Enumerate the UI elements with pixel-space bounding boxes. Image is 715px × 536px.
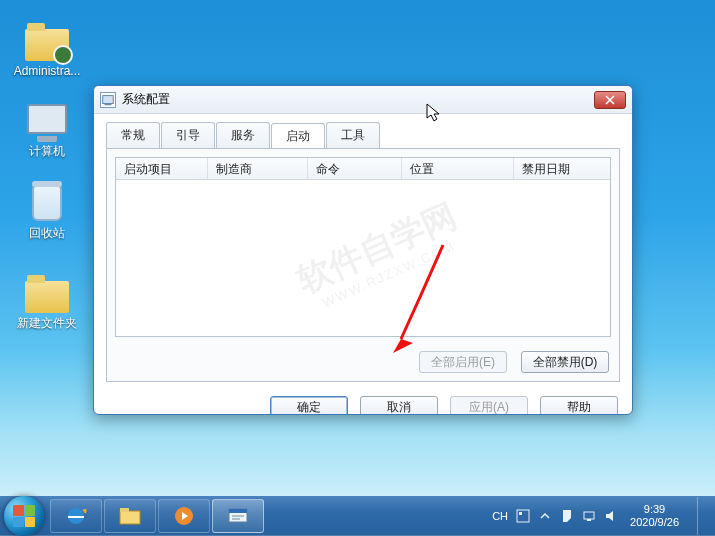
ok-button[interactable]: 确定 (270, 396, 348, 415)
internet-explorer-icon (63, 505, 89, 527)
desktop-icon-label: 计算机 (10, 144, 84, 158)
svg-rect-10 (584, 512, 594, 519)
taskbar-item-media-player[interactable] (158, 499, 210, 533)
folder-icon (24, 268, 70, 314)
desktop-icon-label: 新建文件夹 (10, 316, 84, 330)
svg-rect-1 (105, 103, 112, 105)
clock-time: 9:39 (630, 503, 679, 516)
media-player-icon (171, 505, 197, 527)
windows-logo-icon (13, 505, 35, 527)
taskbar-clock[interactable]: 9:39 2020/9/26 (626, 503, 683, 529)
cancel-button[interactable]: 取消 (360, 396, 438, 415)
folder-user-icon (24, 16, 70, 62)
taskbar-item-ie[interactable] (50, 499, 102, 533)
svg-rect-4 (120, 508, 129, 512)
dialog-button-bar: 确定 取消 应用(A) 帮助 (94, 390, 632, 415)
tab-tools[interactable]: 工具 (326, 122, 380, 148)
tab-startup[interactable]: 启动 (271, 123, 325, 149)
recycle-bin-icon (24, 178, 70, 224)
system-tray: CH 9:39 2020/9/26 (492, 497, 711, 535)
column-command[interactable]: 命令 (308, 158, 402, 179)
watermark-main: 软件自学网 (293, 199, 461, 296)
desktop-icon-computer[interactable]: 计算机 (10, 96, 84, 158)
enable-all-button: 全部启用(E) (419, 351, 507, 373)
desktop-icon-new-folder[interactable]: 新建文件夹 (10, 268, 84, 330)
svg-rect-9 (519, 512, 522, 515)
computer-icon (24, 96, 70, 142)
help-button[interactable]: 帮助 (540, 396, 618, 415)
taskbar-item-msconfig[interactable] (212, 499, 264, 533)
disable-all-button[interactable]: 全部禁用(D) (521, 351, 609, 373)
titlebar[interactable]: 系统配置 (94, 86, 632, 114)
svg-rect-3 (120, 511, 140, 524)
watermark-sub: WWW.RJZXW.COM (305, 227, 473, 324)
column-startup-item[interactable]: 启动项目 (116, 158, 208, 179)
ime-options-icon[interactable] (516, 509, 530, 523)
msconfig-icon (225, 505, 251, 527)
desktop-icon-administrator[interactable]: Administra... (10, 16, 84, 78)
taskbar: CH 9:39 2020/9/26 (0, 496, 715, 536)
list-header: 启动项目 制造商 命令 位置 禁用日期 (116, 158, 610, 180)
window-title: 系统配置 (122, 91, 170, 108)
volume-icon[interactable] (604, 509, 618, 523)
tray-chevron-up-icon[interactable] (538, 509, 552, 523)
taskbar-item-explorer[interactable] (104, 499, 156, 533)
svg-rect-11 (587, 519, 591, 521)
show-desktop-button[interactable] (697, 497, 707, 535)
ime-indicator[interactable]: CH (492, 510, 508, 522)
desktop-icon-label: 回收站 (10, 226, 84, 240)
network-icon[interactable] (582, 509, 596, 523)
watermark: 软件自学网 WWW.RJZXW.COM (293, 199, 473, 323)
svg-rect-7 (229, 509, 247, 513)
tab-services[interactable]: 服务 (216, 122, 270, 148)
desktop-icon-label: Administra... (10, 64, 84, 78)
file-explorer-icon (117, 505, 143, 527)
tab-strip: 常规 引导 服务 启动 工具 (94, 114, 632, 148)
column-location[interactable]: 位置 (402, 158, 514, 179)
system-configuration-dialog: 系统配置 常规 引导 服务 启动 工具 启动项目 制造商 命令 位置 禁用日期 … (93, 85, 633, 415)
svg-rect-0 (103, 95, 114, 103)
action-center-icon[interactable] (560, 509, 574, 523)
tab-panel-startup: 启动项目 制造商 命令 位置 禁用日期 软件自学网 WWW.RJZXW.COM … (106, 148, 620, 382)
desktop-icon-recycle-bin[interactable]: 回收站 (10, 178, 84, 240)
startup-list[interactable]: 启动项目 制造商 命令 位置 禁用日期 软件自学网 WWW.RJZXW.COM (115, 157, 611, 337)
app-icon (100, 92, 116, 108)
tab-general[interactable]: 常规 (106, 122, 160, 148)
clock-date: 2020/9/26 (630, 516, 679, 529)
start-button[interactable] (4, 496, 44, 536)
svg-rect-8 (517, 510, 529, 522)
column-manufacturer[interactable]: 制造商 (208, 158, 308, 179)
apply-button: 应用(A) (450, 396, 528, 415)
close-button[interactable] (594, 91, 626, 109)
tab-boot[interactable]: 引导 (161, 122, 215, 148)
column-disabled-date[interactable]: 禁用日期 (514, 158, 610, 179)
